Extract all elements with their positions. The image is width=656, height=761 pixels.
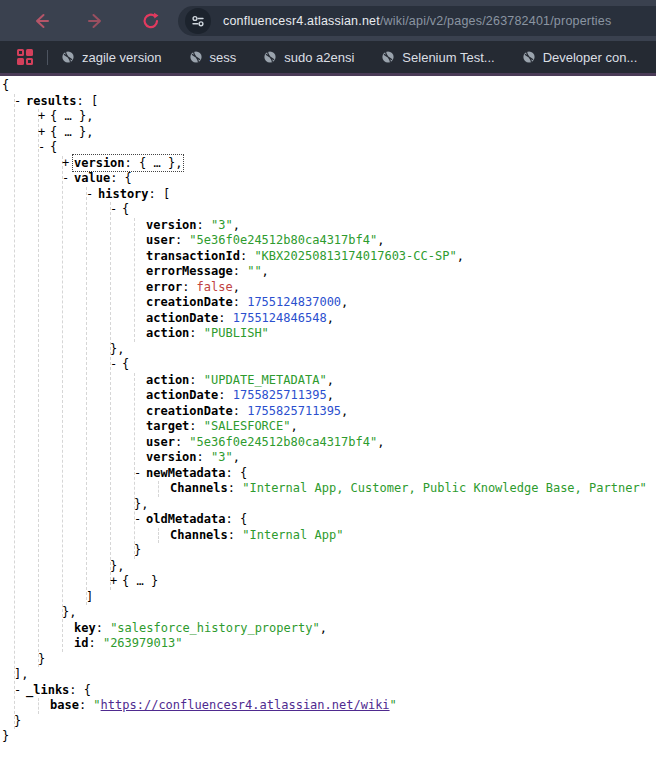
- json-string-value: "Internal App": [242, 528, 343, 542]
- close-bracket: ]: [86, 590, 93, 604]
- expander-toggle[interactable]: -: [110, 357, 122, 373]
- bookmark-item[interactable]: sess: [189, 50, 237, 65]
- expander-toggle[interactable]: +: [38, 109, 50, 125]
- bookmark-item[interactable]: zagile version: [61, 50, 162, 65]
- json-children: + version: { … },- value: {- history: [-…: [62, 156, 656, 652]
- back-button[interactable]: [30, 10, 52, 32]
- json-key: creationDate: [146, 295, 233, 309]
- back-arrow-icon: [31, 11, 51, 31]
- json-colon: :: [88, 636, 102, 650]
- json-line: - oldMetadata: {: [146, 512, 656, 528]
- site-permissions-button[interactable]: [185, 8, 211, 34]
- json-key: oldMetadata: [146, 512, 225, 526]
- json-colon: :: [189, 419, 203, 433]
- json-string-value: "salesforce_history_property": [110, 621, 320, 635]
- bookmarks-bar: zagile versionsesssudo a2ensiSelenium Te…: [0, 41, 656, 73]
- expander-toggle[interactable]: -: [86, 187, 98, 203]
- json-comma: ,: [377, 435, 384, 449]
- json-line: - {: [122, 357, 656, 373]
- json-line: error: false,: [146, 280, 656, 296]
- json-line: creationDate: 1755124837000,: [146, 295, 656, 311]
- expander-toggle[interactable]: +: [38, 125, 50, 141]
- apps-grid-icon[interactable]: [17, 49, 33, 65]
- forward-button[interactable]: [85, 10, 107, 32]
- expander-toggle[interactable]: +: [110, 574, 122, 590]
- json-colon: :: [189, 326, 203, 340]
- collapsed-placeholder[interactable]: { … }: [139, 156, 175, 170]
- expander-toggle[interactable]: -: [134, 466, 146, 482]
- expander-toggle[interactable]: -: [134, 512, 146, 528]
- bookmark-item[interactable]: sudo a2ensi: [263, 50, 354, 65]
- collapsed-placeholder[interactable]: { … }: [122, 574, 158, 588]
- json-line: action: "UPDATE_METADATA",: [146, 373, 656, 389]
- json-line: target: "SALESFORCE",: [146, 419, 656, 435]
- browser-toolbar: confluencesr4.atlassian.net/wiki/api/v2/…: [0, 0, 656, 41]
- expander-toggle[interactable]: -: [14, 683, 26, 699]
- expander-toggle[interactable]: -: [110, 202, 122, 218]
- json-colon: :: [77, 94, 91, 108]
- json-line: + version: { … },: [74, 156, 656, 172]
- bookmark-item[interactable]: Developer con...: [522, 50, 638, 65]
- json-line: - newMetadata: {: [146, 466, 656, 482]
- json-line: user: "5e36f0e24512b80ca4317bf4",: [146, 233, 656, 249]
- json-close-line: },: [110, 559, 656, 575]
- json-comma: ,: [233, 450, 240, 464]
- json-key: id: [74, 636, 88, 650]
- json-comma: ,: [327, 388, 334, 402]
- json-children: - results: [+ { … },+ { … },- {+ version…: [14, 94, 656, 730]
- json-comma: ,: [86, 109, 93, 123]
- collapsed-placeholder[interactable]: { … }: [50, 125, 86, 139]
- url-domain: confluencesr4.atlassian.net: [223, 14, 380, 28]
- json-key: version: [146, 450, 197, 464]
- json-line: - {: [50, 140, 656, 156]
- json-line: Channels: "Internal App": [170, 528, 656, 544]
- json-key: newMetadata: [146, 466, 225, 480]
- json-key: actionDate: [146, 311, 218, 325]
- json-colon: :: [233, 404, 247, 418]
- close-bracket: }: [2, 729, 9, 743]
- expander-toggle[interactable]: -: [38, 140, 50, 156]
- bookmark-item[interactable]: Selenium Test...: [381, 50, 494, 65]
- json-colon: :: [110, 171, 124, 185]
- json-key: target: [146, 419, 189, 433]
- json-comma: ,: [457, 249, 464, 263]
- expander-toggle[interactable]: -: [14, 94, 26, 110]
- json-close-line: }: [14, 714, 656, 730]
- json-colon: :: [233, 295, 247, 309]
- address-bar[interactable]: confluencesr4.atlassian.net/wiki/api/v2/…: [178, 6, 656, 36]
- json-colon: :: [225, 466, 239, 480]
- json-colon: :: [233, 264, 247, 278]
- open-bracket: {: [125, 171, 132, 185]
- json-viewer: {- results: [+ { … },+ { … },- {+ versio…: [0, 76, 656, 761]
- json-link-value[interactable]: https://confluencesr4.atlassian.net/wiki: [101, 698, 390, 712]
- expander-toggle[interactable]: +: [62, 156, 74, 172]
- json-string-value: "5e36f0e24512b80ca4317bf4": [189, 233, 377, 247]
- json-number-value: 1755124846548: [233, 311, 327, 325]
- json-children: action: "UPDATE_METADATA",actionDate: 17…: [134, 373, 656, 559]
- json-line: - history: [: [98, 187, 656, 203]
- json-line: user: "5e36f0e24512b80ca4317bf4",: [146, 435, 656, 451]
- json-colon: :: [69, 683, 83, 697]
- json-string-value: "PUBLISH": [204, 326, 269, 340]
- reload-button[interactable]: [140, 10, 162, 32]
- json-line: actionDate: 1755825711395,: [146, 388, 656, 404]
- json-close-line: },: [134, 497, 656, 513]
- json-close-line: },: [62, 605, 656, 621]
- open-bracket: {: [240, 512, 247, 526]
- json-children: version: "3",user: "5e36f0e24512b80ca431…: [134, 218, 656, 342]
- string-quote: ": [93, 698, 100, 712]
- globe-favicon-icon: [381, 50, 395, 64]
- close-bracket: },: [110, 342, 124, 356]
- json-key: Channels: [170, 528, 228, 542]
- collapsed-placeholder[interactable]: { … }: [50, 109, 86, 123]
- bookmark-label: Developer con...: [543, 50, 638, 65]
- expander-toggle[interactable]: -: [62, 171, 74, 187]
- json-comma: ,: [233, 218, 240, 232]
- json-close-line: }: [134, 543, 656, 559]
- json-key: version: [146, 218, 197, 232]
- json-line: version: "3",: [146, 450, 656, 466]
- open-bracket: [: [91, 94, 98, 108]
- json-colon: :: [197, 218, 211, 232]
- bookmarks-divider: [47, 50, 48, 65]
- close-bracket: ],: [14, 667, 28, 681]
